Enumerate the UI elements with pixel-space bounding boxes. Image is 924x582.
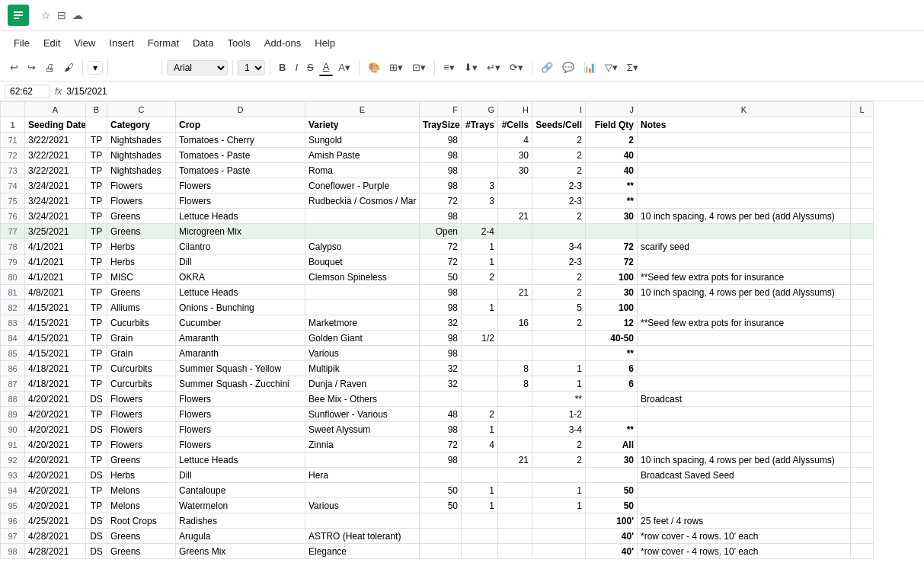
cell-variety[interactable]: Calypso	[305, 239, 420, 254]
cell-cells[interactable]: 8	[498, 376, 532, 392]
paint-format-button[interactable]: 🖌	[60, 59, 78, 75]
cell-crop[interactable]: Dill	[176, 254, 305, 270]
redo-button[interactable]: ↪	[24, 59, 40, 75]
cell-l[interactable]	[851, 544, 874, 559]
col-header-f[interactable]: F	[420, 102, 462, 117]
cell-seeding-date[interactable]: 4/15/2021	[25, 315, 86, 331]
cell-seeds[interactable]: 2	[532, 452, 586, 468]
cell-seeding-date[interactable]: 4/28/2021	[25, 544, 86, 559]
bold-button[interactable]: B	[275, 59, 289, 75]
cell-qty[interactable]: **	[586, 193, 638, 209]
cell-crop[interactable]: Amaranth	[176, 331, 305, 346]
cell-crop[interactable]: Tomatoes - Cherry	[176, 133, 305, 148]
row-num-cell[interactable]: 80	[1, 270, 25, 285]
cell-seeds[interactable]: 1	[532, 361, 586, 376]
cell-trays[interactable]	[462, 163, 498, 178]
cell-notes[interactable]	[638, 483, 851, 498]
cell-category[interactable]: Greens	[107, 452, 176, 468]
cell-traysize[interactable]: 98	[420, 133, 462, 148]
cell-notes[interactable]	[638, 422, 851, 437]
header-cells[interactable]: #Cells	[498, 117, 532, 133]
cell-notes[interactable]	[638, 178, 851, 193]
cell-qty[interactable]: 40'	[586, 529, 638, 544]
cell-crop[interactable]: Cucumber	[176, 315, 305, 331]
cell-trays[interactable]	[462, 544, 498, 559]
cell-seeds[interactable]	[532, 224, 586, 239]
cell-notes[interactable]	[638, 224, 851, 239]
cell-l[interactable]	[851, 224, 874, 239]
cell-trays[interactable]	[462, 285, 498, 300]
cell-l[interactable]	[851, 209, 874, 224]
cell-trays[interactable]	[462, 392, 498, 407]
cell-cells[interactable]	[498, 224, 532, 239]
cell-seeds[interactable]: 1	[532, 376, 586, 392]
cell-category[interactable]: Greens	[107, 529, 176, 544]
cell-seeds[interactable]	[532, 513, 586, 529]
cell-cells[interactable]	[498, 513, 532, 529]
cell-notes[interactable]	[638, 407, 851, 422]
cell-seeds[interactable]: 3-4	[532, 422, 586, 437]
cell-qty[interactable]: 40	[586, 148, 638, 163]
row-num-cell[interactable]: 78	[1, 239, 25, 254]
cell-qty[interactable]: 100	[586, 270, 638, 285]
print-button[interactable]: 🖨	[41, 59, 59, 75]
cell-notes[interactable]	[638, 163, 851, 178]
cell-crop[interactable]: Flowers	[176, 437, 305, 452]
undo-button[interactable]: ↩	[6, 59, 22, 75]
cell-category[interactable]: Flowers	[107, 392, 176, 407]
cell-notes[interactable]	[638, 331, 851, 346]
header-notes[interactable]: Notes	[638, 117, 851, 133]
cell-cells[interactable]	[498, 544, 532, 559]
row-num-cell[interactable]: 79	[1, 254, 25, 270]
row-num-cell[interactable]: 85	[1, 346, 25, 361]
cell-trays[interactable]	[462, 452, 498, 468]
cell-notes[interactable]: 10 inch spacing, 4 rows per bed (add Aly…	[638, 209, 851, 224]
cell-traysize[interactable]: 32	[420, 376, 462, 392]
cell-seeds[interactable]: 1-2	[532, 407, 586, 422]
cell-traysize[interactable]	[420, 513, 462, 529]
cell-type[interactable]: DS	[86, 513, 107, 529]
cell-crop[interactable]: Flowers	[176, 193, 305, 209]
cell-trays[interactable]	[462, 315, 498, 331]
cell-traysize[interactable]: 72	[420, 193, 462, 209]
link-button[interactable]: 🔗	[537, 59, 557, 75]
cell-seeds[interactable]	[532, 544, 586, 559]
cell-cells[interactable]: 30	[498, 163, 532, 178]
text-color-button[interactable]: A▾	[334, 59, 354, 75]
cell-qty[interactable]: 40-50	[586, 331, 638, 346]
cell-l[interactable]	[851, 148, 874, 163]
header-seeds-cell[interactable]: Seeds/Cell	[532, 117, 586, 133]
cell-seeding-date[interactable]: 4/15/2021	[25, 346, 86, 361]
cell-crop[interactable]: Arugula	[176, 529, 305, 544]
cell-cells[interactable]	[498, 178, 532, 193]
cell-cells[interactable]	[498, 270, 532, 285]
cell-variety[interactable]	[305, 300, 420, 315]
col-header-k[interactable]: K	[638, 102, 851, 117]
cell-traysize[interactable]	[420, 544, 462, 559]
cell-crop[interactable]: Tomatoes - Paste	[176, 163, 305, 178]
cell-notes[interactable]: Broadcast Saved Seed	[638, 468, 851, 483]
cell-seeds[interactable]: 2	[532, 315, 586, 331]
cell-notes[interactable]: **Seed few extra pots for insurance	[638, 270, 851, 285]
cell-type[interactable]: TP	[86, 483, 107, 498]
cell-traysize[interactable]: 50	[420, 270, 462, 285]
cell-category[interactable]: MISC	[107, 270, 176, 285]
decimal00-button[interactable]	[140, 66, 148, 70]
cell-crop[interactable]: Lettuce Heads	[176, 452, 305, 468]
fill-color-button[interactable]: 🎨	[364, 59, 384, 75]
cell-variety[interactable]	[305, 224, 420, 239]
cell-notes[interactable]	[638, 376, 851, 392]
cell-seeds[interactable]: 2-3	[532, 254, 586, 270]
cell-cells[interactable]	[498, 407, 532, 422]
cell-variety[interactable]	[305, 513, 420, 529]
cell-type[interactable]: TP	[86, 331, 107, 346]
cell-cells[interactable]	[498, 392, 532, 407]
cell-traysize[interactable]: 98	[420, 178, 462, 193]
cell-variety[interactable]: Bouquet	[305, 254, 420, 270]
cell-variety[interactable]: Marketmore	[305, 315, 420, 331]
cell-seeding-date[interactable]: 4/1/2021	[25, 270, 86, 285]
folder-icon[interactable]: ⊟	[57, 9, 66, 21]
cell-l[interactable]	[851, 483, 874, 498]
cell-l[interactable]	[851, 468, 874, 483]
cell-l[interactable]	[851, 437, 874, 452]
